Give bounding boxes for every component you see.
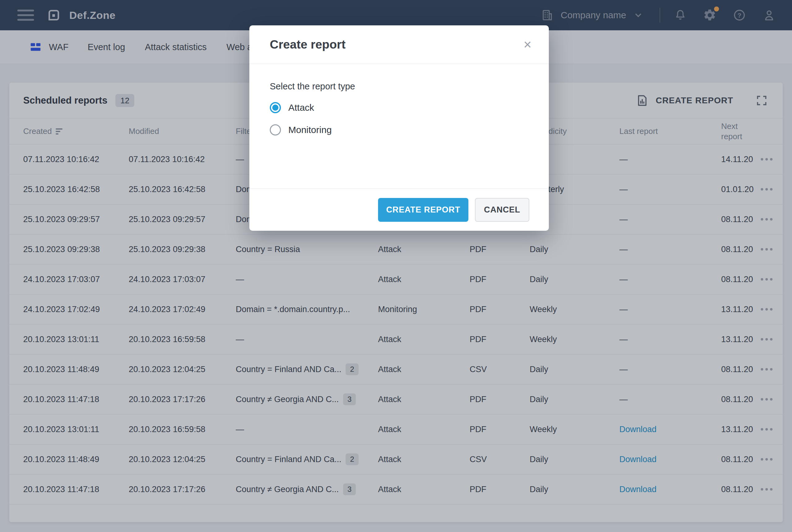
report-type-label: Select the report type <box>270 81 528 92</box>
create-report-modal: Create report × Select the report type A… <box>249 25 549 231</box>
modal-cancel-button[interactable]: CANCEL <box>475 198 529 222</box>
modal-footer: CREATE REPORT CANCEL <box>249 188 549 231</box>
modal-title: Create report <box>270 38 345 51</box>
modal-body: Select the report type Attack Monitoring <box>249 64 549 188</box>
radio-button[interactable] <box>270 102 281 113</box>
radio-option-monitoring[interactable]: Monitoring <box>270 124 528 135</box>
radio-option-attack[interactable]: Attack <box>270 102 528 113</box>
modal-create-report-button[interactable]: CREATE REPORT <box>378 198 468 222</box>
radio-label: Attack <box>288 102 314 113</box>
app-root: Def.Zone Company name <box>0 0 792 532</box>
modal-header: Create report × <box>249 25 549 64</box>
close-icon[interactable]: × <box>524 38 531 51</box>
radio-label: Monitoring <box>288 125 332 135</box>
radio-button[interactable] <box>270 124 281 135</box>
